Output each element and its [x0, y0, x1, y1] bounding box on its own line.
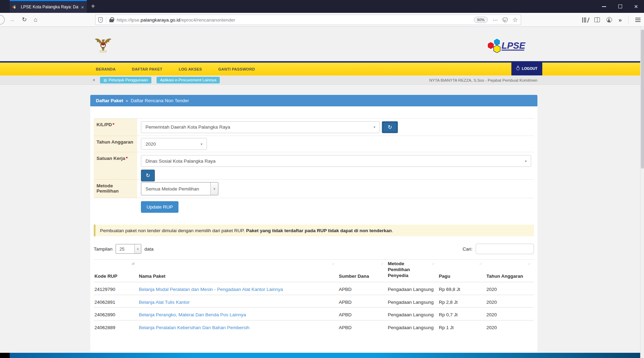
logout-label: LOGOUT: [522, 66, 537, 71]
browser-titlebar: LPSE Kota Palangka Raya: Dafta × + ×: [0, 0, 644, 13]
main-navigation: BERANDA DAFTAR PAKET LOG AKSES GANTI PAS…: [0, 63, 644, 75]
toolbar-right-icons: »: [582, 13, 641, 27]
lpse-favicon-icon: [12, 5, 18, 9]
length-value: 25: [116, 246, 134, 252]
cell-kode: 24062890: [94, 308, 138, 320]
pocket-icon[interactable]: [503, 18, 508, 22]
nav-item-beranda[interactable]: BERANDA: [96, 67, 116, 71]
zoom-level-badge[interactable]: 90%: [474, 17, 488, 23]
power-icon: [516, 67, 520, 70]
page-scrollbar[interactable]: [640, 27, 644, 358]
cell-tahun: 2020: [486, 282, 534, 295]
minimize-icon: [602, 6, 606, 7]
table-row: 24062891 Belanja Alat Tulis Kantor APBD …: [94, 295, 534, 308]
paket-link[interactable]: Belanja Alat Tulis Kantor: [139, 300, 190, 305]
length-suffix: data: [144, 246, 153, 252]
maximize-button[interactable]: [612, 0, 628, 13]
paket-link[interactable]: Belanja Peralatan Kebersihan Dan Bahan P…: [139, 325, 249, 330]
page-length-select[interactable]: 25 ∨: [116, 244, 141, 254]
logout-button[interactable]: LOGOUT: [511, 61, 542, 75]
lock-icon[interactable]: [109, 19, 114, 22]
browser-tab[interactable]: LPSE Kota Palangka Raya: Dafta ×: [10, 0, 87, 13]
library-icon[interactable]: [582, 17, 588, 23]
col-kode-rup[interactable]: ↓≡Kode RUP: [94, 260, 138, 282]
sort-icon[interactable]: ↓↑: [527, 261, 530, 266]
paket-link[interactable]: Belanja Modal Peralatan dan Mesin - Peng…: [139, 287, 283, 292]
cell-metode: Pengadaan Langsung: [387, 308, 438, 320]
nav-item-log-akses[interactable]: LOG AKSES: [179, 67, 202, 71]
cell-kode: 24062891: [94, 295, 138, 308]
book-icon: ▤: [103, 78, 107, 82]
paket-link[interactable]: Belanja Perangko, Materai Dan Benda Pos …: [139, 312, 246, 317]
tahun-value: 2020: [145, 141, 156, 147]
home-button[interactable]: ⌂: [34, 17, 37, 23]
content-card: Daftar Paket » Daftar Rencana Non Tender…: [90, 95, 537, 352]
scrollbar-thumb[interactable]: [641, 30, 644, 169]
update-rup-button[interactable]: Update RUP: [141, 201, 178, 213]
tab-close-icon[interactable]: ×: [81, 5, 84, 10]
metode-field: Semua Metode Pemilihan ∨: [137, 180, 534, 198]
hamburger-menu-icon[interactable]: [635, 18, 641, 22]
back-button[interactable]: [0, 15, 5, 25]
klpd-refresh-button[interactable]: ↻: [382, 121, 398, 133]
caret-down-icon: ▾: [525, 159, 527, 163]
cell-kode: 24129790: [94, 282, 138, 295]
reload-button[interactable]: ↻: [22, 17, 27, 23]
klpd-field: Pemerintah Daerah Kota Palangka Raya ▾ ↻: [137, 119, 534, 136]
cell-sumber: APBD: [338, 282, 387, 295]
cell-pagu: Rp 2,8 Jt: [438, 295, 486, 308]
col-sumber-dana[interactable]: ↓↑Sumber Dana: [338, 260, 387, 282]
col-metode-pemilihan[interactable]: ↓↑Metode Pemilihan Penyedia: [387, 260, 438, 282]
length-label: Tampilan: [94, 246, 112, 252]
url-text[interactable]: https://lpse.palangkaraya.go.id/eproc4/r…: [117, 17, 235, 23]
petunjuk-label: Petunjuk Penggunaan: [109, 78, 148, 82]
breadcrumb: Daftar Paket » Daftar Rencana Non Tender: [90, 95, 537, 106]
col-nama-paket[interactable]: ↓↑Nama Paket: [138, 260, 338, 282]
aplikasi-eprocurement-button[interactable]: Aplikasi e-Procurement Lainnya: [157, 77, 220, 83]
sort-icon[interactable]: ↓↑: [479, 261, 482, 266]
cell-metode: Pengadaan Langsung: [387, 282, 438, 295]
klpd-value: Pemerintah Daerah Kota Palangka Raya: [145, 124, 230, 130]
cell-tahun: 2020: [486, 320, 534, 333]
satker-select[interactable]: Dinas Sosial Kota Palangka Raya ▾: [141, 155, 531, 167]
search-input[interactable]: [476, 244, 534, 254]
sort-icon[interactable]: ↓↑: [432, 261, 434, 266]
tahun-field: 2020 ▾: [137, 136, 534, 152]
forward-button[interactable]: →: [9, 17, 15, 23]
account-icon[interactable]: [607, 17, 612, 23]
col-pagu[interactable]: ↓↑Pagu: [438, 260, 486, 282]
window-controls: ×: [596, 0, 644, 13]
nav-item-daftar-paket[interactable]: DAFTAR PAKET: [132, 67, 162, 71]
overflow-icon[interactable]: »: [619, 17, 622, 23]
klpd-select[interactable]: Pemerintah Daerah Kota Palangka Raya ▾: [141, 121, 380, 133]
close-button[interactable]: ×: [628, 0, 644, 13]
browser-toolbar: → ↻ ⌂ https://lpse.palangkaraya.go.id/ep…: [0, 13, 644, 27]
minimize-button[interactable]: [596, 0, 612, 13]
page-actions-icon[interactable]: ⋯: [493, 17, 498, 23]
sidebar-icon[interactable]: [594, 17, 600, 22]
submit-field: Update RUP: [137, 198, 534, 216]
tahun-select[interactable]: 2020 ▾: [141, 138, 207, 150]
new-tab-button[interactable]: +: [87, 0, 99, 13]
url-bar[interactable]: https://lpse.palangkaraya.go.id/eproc4/r…: [95, 15, 521, 25]
aplikasi-label: Aplikasi e-Procurement Lainnya: [160, 78, 216, 82]
bookmark-star-icon[interactable]: ☆: [512, 17, 518, 23]
metode-select[interactable]: Semua Metode Pemilihan ∨: [141, 182, 218, 195]
klpd-label: K/L/PD*: [94, 119, 137, 136]
cell-sumber: APBD: [338, 320, 387, 333]
sub-bar: » ▤ Petunjuk Penggunaan Aplikasi e-Procu…: [0, 75, 644, 85]
metode-value: Semua Metode Pemilihan: [141, 186, 210, 192]
satker-label: Satuan Kerja*: [94, 152, 137, 180]
sort-icon[interactable]: ↓↑: [380, 261, 383, 266]
toolbar-separator: [628, 16, 629, 24]
nav-item-ganti-password[interactable]: GANTI PASSWORD: [218, 67, 255, 71]
refresh-icon: ↻: [146, 172, 150, 179]
petunjuk-penggunaan-button[interactable]: ▤ Petunjuk Penggunaan: [100, 77, 151, 83]
garuda-logo: [94, 35, 112, 55]
col-tahun-anggaran[interactable]: ↓↑Tahun Anggaran: [486, 260, 534, 282]
tracking-protection-icon[interactable]: [98, 17, 103, 23]
breadcrumb-section[interactable]: Daftar Paket: [96, 98, 123, 103]
collapse-chevron-icon[interactable]: »: [91, 79, 96, 81]
sort-icon[interactable]: ↓↑: [332, 261, 334, 266]
sort-active-icon[interactable]: ↓≡: [131, 261, 134, 266]
